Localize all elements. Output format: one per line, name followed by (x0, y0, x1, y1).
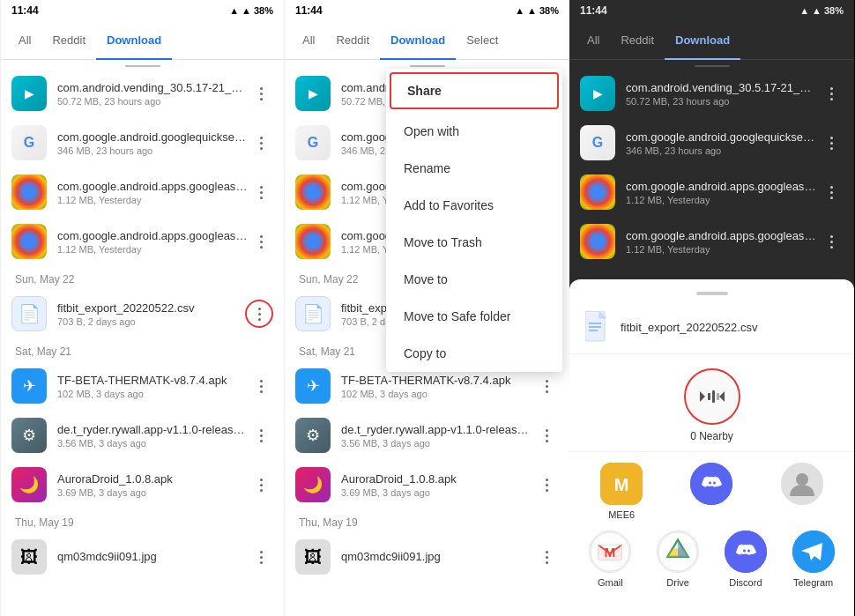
more-button[interactable] (819, 130, 844, 155)
file-name: com.android.vending_30.5.17-21_O_PR_447.… (626, 81, 819, 94)
nearby-row: 0 Nearby (569, 354, 854, 452)
tab-select-2[interactable]: Select (456, 21, 509, 60)
tab-bar-2: All Reddit Download Select (285, 21, 569, 60)
file-meta: 50.72 MB, 23 hours ago (626, 96, 819, 107)
time-1: 11:44 (11, 4, 39, 17)
signal-icon: ▲ (242, 5, 251, 16)
tab-all-2[interactable]: All (292, 21, 325, 60)
list-item[interactable]: 🖼 qm03mdc9ii091.jpg (1, 532, 284, 582)
file-name: com.google.android.googlequicksearchbox.… (57, 130, 249, 144)
file-info: de.t_ryder.rywall.app-v1.1.0-release.apk… (57, 423, 249, 449)
top-divider-3 (695, 65, 730, 67)
app-icon-mee6: M (600, 463, 643, 505)
more-button[interactable] (249, 423, 273, 448)
more-button[interactable] (534, 423, 559, 448)
file-icon: G (11, 125, 47, 160)
more-button-highlighted[interactable] (245, 300, 273, 328)
tab-download-2[interactable]: Download (380, 21, 456, 60)
app-label-discord2: Discord (729, 577, 762, 588)
more-button[interactable] (249, 130, 273, 155)
file-meta: 3.56 MB, 3 days ago (57, 438, 249, 449)
file-name: com.android.vending_30.5.17-21_O_PR_447.… (57, 81, 249, 94)
file-meta: 3.69 MB, 3 days ago (57, 487, 249, 498)
menu-item-copy-to[interactable]: Copy to (386, 335, 562, 372)
file-info: qm03mdc9ii091.jpg (341, 550, 534, 565)
more-button[interactable] (249, 472, 273, 497)
status-icons-1: ▲ ▲ 38% (229, 5, 273, 16)
more-button[interactable] (249, 374, 273, 398)
list-item[interactable]: ● com.google.android.apps.googleassistan… (1, 167, 284, 217)
file-name: com.google.android.apps.googleassistant_… (57, 180, 249, 193)
file-name: com.google.android.apps.googleassistant_… (626, 229, 819, 242)
more-button[interactable] (249, 545, 273, 569)
app-icon-discord1 (690, 463, 732, 505)
tab-all-1[interactable]: All (8, 21, 41, 60)
tab-download-3[interactable]: Download (665, 21, 740, 60)
more-button[interactable] (534, 472, 559, 497)
file-name: de.t_ryder.rywall.app-v1.1.0-release.apk (57, 423, 249, 436)
app-label-gmail: Gmail (598, 577, 623, 588)
more-button[interactable] (819, 229, 844, 254)
top-divider-2 (410, 65, 445, 67)
section-header: Thu, May 19 (285, 509, 569, 532)
list-item[interactable]: ▶ com.android.vending_30.5.17-21_O_PR_44… (569, 69, 854, 118)
more-button[interactable] (249, 180, 273, 204)
tab-download-1[interactable]: Download (96, 21, 172, 60)
more-button[interactable] (534, 545, 559, 569)
list-item[interactable]: 🌙 AuroraDroid_1.0.8.apk 3.69 MB, 3 days … (285, 460, 569, 509)
list-item[interactable]: ✈ TF-BETA-THERMATK-v8.7.4.apk 102 MB, 3 … (1, 361, 284, 411)
share-app-discord1[interactable] (685, 463, 738, 520)
file-meta: 3.56 MB, 3 days ago (341, 438, 534, 449)
more-button[interactable] (249, 81, 273, 106)
tab-reddit-1[interactable]: Reddit (41, 21, 96, 60)
menu-item-move-to[interactable]: Move to (386, 261, 562, 298)
file-meta: 346 MB, 23 hours ago (57, 145, 249, 156)
tab-reddit-2[interactable]: Reddit (325, 21, 380, 60)
list-item[interactable]: 🖼 qm03mdc9ii091.jpg (285, 532, 569, 582)
app-label-mee6: MEE6 (608, 509, 635, 520)
list-item[interactable]: com.google.android.apps.googleassistant_… (569, 217, 854, 266)
list-item[interactable]: G com.google.android.googlequicksearchbo… (1, 118, 284, 167)
tab-all-3[interactable]: All (576, 21, 610, 60)
list-item[interactable]: ▶ com.android.vending_30.5.17-21_O_PR_44… (1, 69, 284, 118)
share-app-mee6[interactable]: M MEE6 (595, 463, 648, 520)
file-meta: 50.72 MB, 23 hours ago (57, 96, 249, 107)
share-app-gmail[interactable]: M Gmail (584, 531, 636, 588)
signal-icon: ▲ (527, 5, 537, 16)
file-name: AuroraDroid_1.0.8.apk (341, 472, 534, 486)
more-button[interactable] (534, 374, 559, 398)
menu-item-rename[interactable]: Rename (386, 150, 562, 187)
file-info: AuroraDroid_1.0.8.apk 3.69 MB, 3 days ag… (341, 472, 534, 498)
list-item[interactable]: ● com.google.android.apps.googleassistan… (1, 217, 284, 266)
file-icon: ● (11, 174, 47, 210)
more-button[interactable] (249, 229, 273, 254)
list-item[interactable]: 📄 fitbit_export_20220522.csv 703 B, 2 da… (1, 289, 284, 338)
share-apps-row-2: M Gmail Drive (576, 531, 847, 588)
menu-item-move-safe[interactable]: Move to Safe folder (386, 298, 562, 335)
share-app-unknown1[interactable] (776, 463, 829, 520)
menu-item-add-favorites[interactable]: Add to Favorites (386, 187, 562, 224)
share-app-discord2[interactable]: Discord (719, 531, 772, 588)
list-item[interactable]: com.google.android.apps.googleassistant_… (569, 167, 854, 217)
menu-item-move-trash[interactable]: Move to Trash (386, 224, 562, 261)
file-info: TF-BETA-THERMATK-v8.7.4.apk 102 MB, 3 da… (57, 374, 249, 399)
file-icon: 📄 (295, 296, 331, 331)
list-item[interactable]: ⚙ de.t_ryder.rywall.app-v1.1.0-release.a… (1, 411, 284, 460)
menu-item-open-with[interactable]: Open with (386, 113, 562, 150)
menu-item-share[interactable]: Share (390, 72, 559, 109)
status-bar-2: 11:44 ▲ ▲ 38% (285, 0, 569, 21)
more-button[interactable] (819, 180, 844, 204)
list-item[interactable]: G com.google.android.googlequicksearchbo… (569, 118, 854, 167)
tab-reddit-3[interactable]: Reddit (610, 21, 665, 60)
file-meta: 703 B, 2 days ago (57, 316, 245, 327)
panel-3: 11:44 ▲ ▲ 38% All Reddit Download ▶ com.… (569, 0, 854, 616)
list-item[interactable]: 🌙 AuroraDroid_1.0.8.apk 3.69 MB, 3 days … (1, 460, 284, 509)
more-button[interactable] (819, 81, 844, 106)
nearby-button[interactable]: 0 Nearby (684, 368, 740, 442)
share-app-drive[interactable]: Drive (651, 531, 704, 588)
file-meta: 346 MB, 23 hours ago (626, 145, 819, 156)
list-item[interactable]: ⚙ de.t_ryder.rywall.app-v1.1.0-release.a… (285, 411, 569, 460)
file-info: com.google.android.googlequicksearchbox.… (626, 130, 819, 156)
share-app-telegram[interactable]: Telegram (787, 531, 840, 588)
svg-text:M: M (605, 545, 616, 560)
